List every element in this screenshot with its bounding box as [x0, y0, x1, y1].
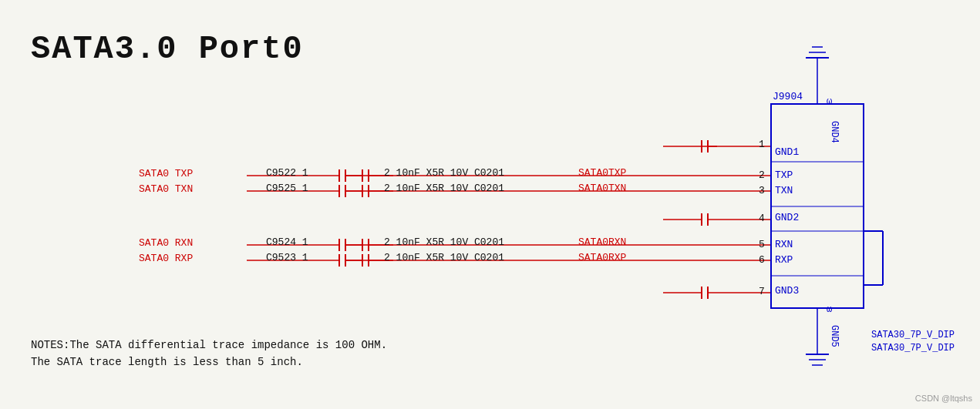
connector-pin-gnd2: GND2 [775, 212, 799, 223]
connector-pin-gnd3: GND3 [775, 285, 799, 297]
signal-right-txp: SATA0TXP [578, 167, 626, 179]
comp-ref-c9522: C9522 1 [266, 167, 308, 179]
cap-val-rxn: 2 10nF X5R 10V C0201 [384, 236, 504, 248]
connector-pin-txn: TXN [775, 185, 793, 196]
cap-val-txp: 2 10nF X5R 10V C0201 [384, 167, 504, 179]
watermark: CSDN @ltqshs [915, 394, 972, 403]
main-container: SATA3.0 Port0 [0, 0, 980, 409]
pin-num-5: 5 [759, 239, 765, 250]
comp-ref-c9524: C9524 1 [266, 236, 308, 248]
pin-num-1: 1 [759, 139, 765, 150]
pin-num-2: 2 [759, 169, 765, 181]
signal-right-rxp: SATA0RXP [578, 252, 626, 263]
omega-top: ω [827, 96, 832, 107]
signal-label-txn: SATA0 TXN [139, 183, 193, 195]
connector-part1: SATA30_7P_V_DIP [871, 330, 955, 340]
pin-num-4: 4 [759, 213, 765, 224]
gnd5-label: GND5 [829, 325, 840, 347]
notes-line2: The SATA trace length is less than 5 inc… [31, 354, 387, 370]
signal-right-txn: SATA0TXN [578, 183, 626, 194]
comp-ref-c9525: C9525 1 [266, 183, 308, 194]
connector-pin-rxn: RXN [775, 239, 793, 250]
signal-right-rxn: SATA0RXN [578, 236, 626, 248]
cap-val-txn: 2 10nF X5R 10V C0201 [384, 183, 504, 194]
signal-label-rxp: SATA0 RXP [139, 253, 193, 264]
connector-pin-gnd1: GND1 [775, 146, 799, 158]
cap-val-rxp: 2 10nF X5R 10V C0201 [384, 252, 504, 263]
signal-label-txp: SATA0 TXP [139, 168, 193, 179]
notes-line1: NOTES:The SATA differential trace impeda… [31, 337, 387, 354]
pin-num-6: 6 [759, 254, 765, 266]
notes-area: NOTES:The SATA differential trace impeda… [31, 337, 387, 370]
comp-ref-c9523: C9523 1 [266, 252, 308, 263]
pin-num-7: 7 [759, 286, 765, 297]
signal-label-rxn: SATA0 RXN [139, 237, 193, 249]
gnd4-label: GND4 [829, 121, 840, 143]
omega-bottom: ω [827, 304, 832, 315]
connector-pin-txp: TXP [775, 169, 793, 181]
pin-num-3: 3 [759, 185, 765, 196]
connector-pin-rxp: RXP [775, 254, 793, 266]
connector-part2: SATA30_7P_V_DIP [871, 343, 955, 354]
connector-ref: J9904 [773, 91, 803, 102]
